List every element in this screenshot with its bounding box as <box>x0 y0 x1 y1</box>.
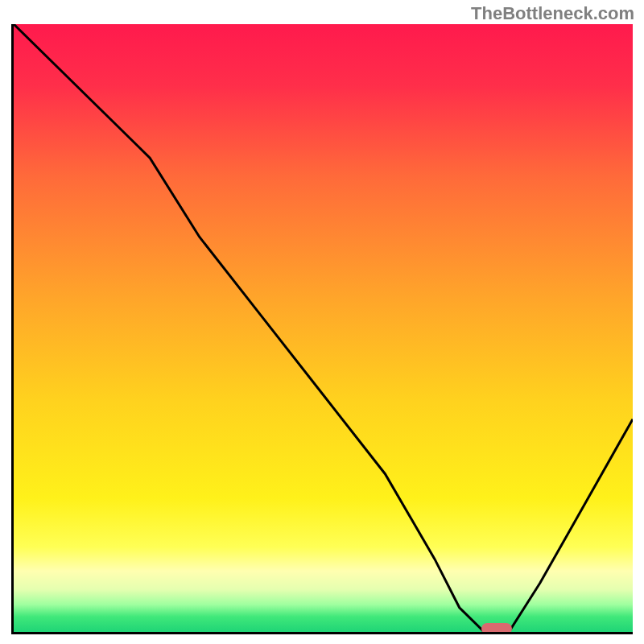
watermark: TheBottleneck.com <box>471 3 634 24</box>
chart-axes <box>11 24 633 634</box>
